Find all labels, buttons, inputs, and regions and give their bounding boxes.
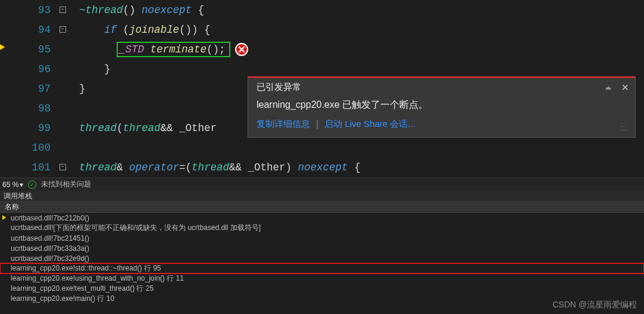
separator: | (316, 119, 318, 129)
code-line[interactable]: 93−~thread() noexcept { (0, 0, 644, 20)
stack-frame[interactable]: learning_cpp20.exe!test_multi_thread() 行… (0, 284, 644, 294)
stack-frame[interactable]: ucrtbased.dll![下面的框架可能不正确和/或缺失，没有为 ucrtb… (0, 223, 644, 233)
line-number: 101 (0, 161, 57, 173)
callstack-list[interactable]: ucrtbased.dll!7bc212b0()ucrtbased.dll![下… (0, 213, 644, 304)
chevron-down-icon: ▾ (20, 181, 23, 189)
code-text: } (68, 83, 86, 95)
zoom-value: 65 % (2, 181, 18, 189)
breakpoint-arrow-icon (0, 42, 8, 52)
liveshare-link[interactable]: 启动 Live Share 会话... (324, 119, 415, 129)
line-number: 98 (0, 102, 57, 114)
code-line[interactable]: 94− if (joinable()) { (0, 20, 644, 39)
code-text: } (68, 63, 111, 75)
code-text: ~thread() noexcept { (68, 4, 204, 16)
pin-icon[interactable]: ⫨ (604, 82, 613, 93)
line-number: 93 (0, 4, 57, 16)
stack-frame[interactable]: learning_cpp20.exe!std::thread::~thread(… (0, 263, 644, 273)
code-line[interactable]: 100 (0, 138, 644, 157)
exception-message: learning_cpp20.exe 已触发了一个断点。 (248, 95, 635, 114)
check-icon: ✓ (28, 181, 36, 189)
code-text: thread& operator=(thread&& _Other) noexc… (68, 161, 361, 173)
fold-toggle[interactable]: − (57, 7, 68, 13)
svg-marker-0 (0, 43, 5, 51)
line-number: 99 (0, 122, 57, 134)
line-number: 94 (0, 24, 57, 36)
stack-frame[interactable]: ucrtbased.dll!7bc33a3a() (0, 243, 644, 253)
line-number: 97 (0, 83, 57, 95)
zoom-dropdown[interactable]: 65 % ▾ (2, 181, 23, 189)
stack-frame[interactable]: learning_cpp20.exe!main() 行 10 (0, 294, 644, 304)
resize-grip-icon[interactable]: .. .. . . (621, 120, 627, 130)
code-line[interactable]: 95 _STD terminate(); (0, 39, 644, 59)
code-line[interactable]: 101−thread& operator=(thread&& _Other) n… (0, 157, 644, 177)
callstack-panel-title: 调用堆栈 (0, 191, 644, 201)
line-number: 95 (0, 43, 57, 55)
no-issues-label: 未找到相关问题 (41, 179, 91, 189)
exception-title: 已引发异常 (257, 82, 301, 93)
code-text: thread(thread&& _Other (68, 122, 217, 134)
stack-frame[interactable]: ucrtbased.dll!7bc212b0() (0, 213, 644, 223)
line-number: 100 (0, 142, 57, 154)
error-icon[interactable] (235, 43, 248, 56)
editor-statusbar: 65 % ▾ ✓ 未找到相关问题 (0, 178, 644, 191)
stack-frame[interactable]: ucrtbased.dll!7bc21451() (0, 233, 644, 243)
current-statement-highlight: _STD terminate(); (117, 42, 230, 57)
fold-toggle[interactable]: − (57, 26, 68, 33)
line-number: 96 (0, 63, 57, 75)
fold-toggle[interactable]: − (57, 164, 68, 170)
stack-frame[interactable]: learning_cpp20.exe!using_thread_with_no_… (0, 273, 644, 284)
callstack-column-name[interactable]: 名称 (0, 201, 644, 213)
close-icon[interactable]: ✕ (621, 82, 629, 93)
code-text: _STD terminate(); (68, 42, 248, 57)
stack-frame[interactable]: ucrtbased.dll!7bc32e9d() (0, 253, 644, 263)
code-text: if (joinable()) { (68, 24, 211, 36)
exception-popup: 已引发异常 ⫨ ✕ learning_cpp20.exe 已触发了一个断点。 复… (248, 76, 636, 138)
code-editor[interactable]: 93−~thread() noexcept {94− if (joinable(… (0, 0, 644, 178)
copy-details-link[interactable]: 复制详细信息 (257, 119, 310, 129)
